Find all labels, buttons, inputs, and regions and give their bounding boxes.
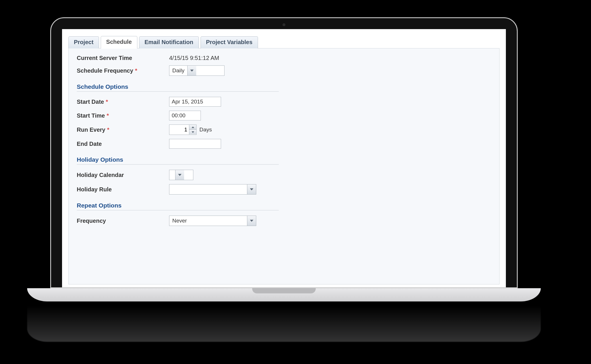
- spinner-down-icon[interactable]: [189, 130, 196, 134]
- divider: [77, 91, 279, 92]
- chevron-down-icon[interactable]: [187, 66, 196, 76]
- schedule-frequency-label: Schedule Frequency*: [77, 67, 169, 74]
- repeat-frequency-value: Never: [169, 216, 247, 226]
- chevron-down-icon[interactable]: [247, 216, 256, 226]
- laptop-reflection: [27, 301, 541, 342]
- server-time-label: Current Server Time: [77, 55, 169, 61]
- start-time-input[interactable]: [169, 111, 201, 120]
- holiday-rule-combo[interactable]: [169, 184, 256, 195]
- laptop-screen-bezel: Project Schedule Email Notification Proj…: [50, 17, 518, 288]
- run-every-spinner[interactable]: [169, 125, 197, 135]
- schedule-frequency-value: Daily: [169, 66, 187, 76]
- start-date-input[interactable]: [169, 97, 221, 107]
- run-every-input[interactable]: [169, 125, 189, 135]
- camera-dot: [283, 23, 285, 26]
- tab-project-variables[interactable]: Project Variables: [201, 36, 258, 48]
- start-date-label: Start Date*: [77, 99, 169, 105]
- holiday-options-heading: Holiday Options: [77, 156, 491, 163]
- repeat-options-heading: Repeat Options: [77, 202, 491, 209]
- run-every-unit: Days: [199, 127, 212, 133]
- tab-schedule[interactable]: Schedule: [101, 36, 137, 49]
- laptop-hinge-notch: [252, 288, 316, 293]
- app-viewport: Project Schedule Email Notification Proj…: [62, 29, 506, 287]
- schedule-panel: Current Server Time 4/15/15 9:51:12 AM S…: [68, 48, 500, 284]
- repeat-frequency-combo[interactable]: Never: [169, 216, 256, 226]
- divider: [77, 210, 279, 210]
- holiday-rule-value: [169, 184, 247, 194]
- holiday-calendar-combo[interactable]: [169, 170, 193, 180]
- holiday-rule-label: Holiday Rule: [77, 186, 169, 193]
- schedule-options-heading: Schedule Options: [77, 83, 491, 90]
- server-time-value: 4/15/15 9:51:12 AM: [169, 55, 219, 61]
- tab-strip: Project Schedule Email Notification Proj…: [62, 29, 506, 48]
- laptop-base: [27, 288, 541, 301]
- divider: [77, 164, 279, 165]
- start-time-label: Start Time*: [77, 112, 169, 119]
- tab-email-notification[interactable]: Email Notification: [139, 36, 199, 48]
- chevron-down-icon[interactable]: [175, 170, 184, 180]
- end-date-input[interactable]: [169, 139, 221, 149]
- repeat-frequency-label: Frequency: [77, 218, 169, 224]
- holiday-calendar-value: [169, 170, 175, 180]
- holiday-calendar-label: Holiday Calendar: [77, 172, 169, 178]
- spinner-up-icon[interactable]: [189, 125, 196, 130]
- tab-project[interactable]: Project: [68, 36, 99, 48]
- schedule-frequency-combo[interactable]: Daily: [169, 65, 225, 76]
- chevron-down-icon[interactable]: [247, 184, 256, 194]
- run-every-label: Run Every*: [77, 127, 169, 133]
- end-date-label: End Date: [77, 141, 169, 147]
- laptop-mockup: Project Schedule Email Notification Proj…: [50, 17, 541, 342]
